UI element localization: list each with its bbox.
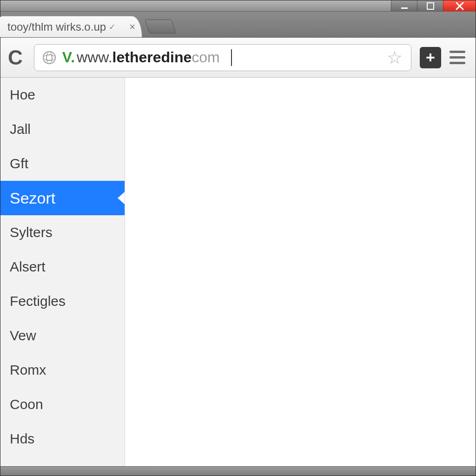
sidebar-item-label: Fectigles: [10, 293, 66, 309]
window-titlebar: [0, 0, 476, 12]
url-tld: com: [192, 49, 219, 66]
plus-icon: +: [426, 48, 435, 66]
bookmark-star-icon[interactable]: ☆: [387, 47, 403, 68]
page-content: HoeJallGftSezortSyltersAlsertFectiglesVe…: [0, 78, 476, 466]
browser-window: tooy/thlm wirks.o.up ✓ × C V. www. lethe…: [0, 0, 476, 476]
sidebar-item-label: Hoe: [10, 87, 35, 103]
sidebar-item-label: Jall: [10, 121, 31, 137]
sidebar-item-label: Alsert: [10, 259, 46, 275]
sidebar-item-label: Hds: [10, 431, 34, 447]
browser-tab-active[interactable]: tooy/thlm wirks.o.up ✓ ×: [0, 16, 142, 37]
url-domain: letheredine: [112, 49, 192, 66]
sidebar-item-gft[interactable]: Gft: [0, 146, 125, 181]
close-button[interactable]: [443, 0, 476, 11]
main-pane: [125, 78, 476, 466]
text-cursor: [231, 49, 232, 66]
address-bar[interactable]: V. www. letheredine com ☆: [34, 44, 411, 71]
window-statusbar: [0, 466, 476, 476]
new-tab-button[interactable]: [145, 20, 176, 33]
reload-button[interactable]: C: [5, 46, 26, 69]
svg-rect-0: [401, 7, 408, 9]
url-www: www.: [77, 49, 112, 66]
site-info-icon[interactable]: [43, 51, 56, 64]
sidebar-item-label: Sezort: [10, 189, 55, 207]
sidebar-item-coon[interactable]: Coon: [0, 387, 125, 422]
svg-rect-1: [427, 3, 434, 9]
sidebar-item-hoe[interactable]: Hoe: [0, 78, 125, 112]
browser-menu-button[interactable]: [450, 51, 465, 64]
sidebar-item-label: Coon: [10, 397, 43, 412]
sidebar-item-sylters[interactable]: Sylters: [0, 215, 125, 250]
browser-toolbar: C V. www. letheredine com ☆ +: [0, 38, 476, 78]
minimize-button[interactable]: [391, 0, 417, 11]
sidebar-item-fectigles[interactable]: Fectigles: [0, 284, 125, 318]
sidebar-item-vew[interactable]: Vew: [0, 318, 125, 353]
extension-button[interactable]: +: [420, 47, 441, 68]
sidebar-item-label: Romx: [10, 362, 46, 378]
url-text: V. www. letheredine com: [62, 49, 220, 66]
sidebar-item-sezort[interactable]: Sezort: [0, 181, 125, 215]
tab-strip: tooy/thlm wirks.o.up ✓ ×: [0, 12, 476, 38]
tab-title: tooy/thlm wirks.o.up: [7, 20, 106, 33]
tab-close-icon[interactable]: ×: [129, 22, 135, 32]
sidebar-item-label: Vew: [10, 328, 36, 344]
maximize-button[interactable]: [417, 0, 443, 11]
url-secure-prefix: V.: [62, 49, 75, 66]
sidebar-item-hds[interactable]: Hds: [0, 422, 125, 456]
sidebar: HoeJallGftSezortSyltersAlsertFectiglesVe…: [0, 78, 125, 466]
sidebar-item-label: Gft: [10, 156, 28, 172]
sidebar-item-label: Sylters: [10, 225, 53, 240]
sidebar-item-jall[interactable]: Jall: [0, 112, 125, 146]
sidebar-item-romx[interactable]: Romx: [0, 353, 125, 387]
tab-verified-icon: ✓: [109, 22, 116, 32]
sidebar-item-alsert[interactable]: Alsert: [0, 250, 125, 284]
